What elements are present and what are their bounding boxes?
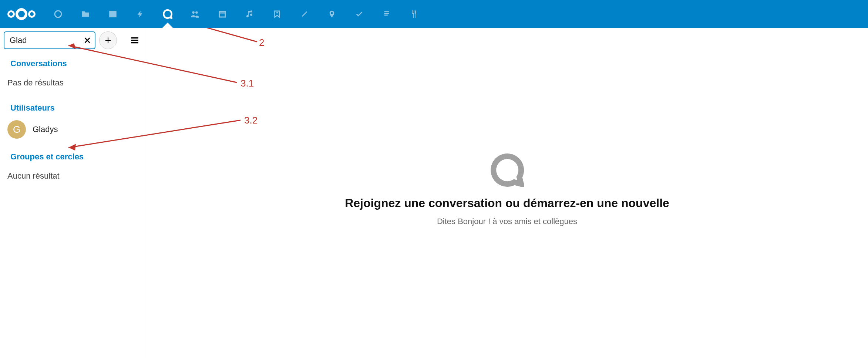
nav-notes-icon[interactable] [300, 9, 309, 19]
nav-bookmarks-icon[interactable] [272, 9, 282, 19]
svg-point-0 [55, 11, 61, 17]
nav-files-icon[interactable] [81, 9, 90, 19]
user-name-label: Gladys [33, 125, 58, 134]
conversations-empty-text: Pas de résultas [0, 72, 146, 94]
section-groups-title: Groupes et cercles [0, 142, 146, 165]
nav-news-icon[interactable] [382, 9, 391, 19]
nav-food-icon[interactable] [409, 9, 419, 19]
groups-empty-text: Aucun résultat [0, 165, 146, 187]
svg-rect-1 [276, 12, 278, 13]
user-result-item[interactable]: G Gladys [0, 116, 146, 142]
toggle-sidebar-button[interactable] [127, 33, 142, 48]
nav-music-icon[interactable] [245, 9, 255, 19]
nav-dashboard-icon[interactable] [53, 9, 63, 19]
section-conversations-title: Conversations [0, 49, 146, 72]
nav-calendar-icon[interactable] [218, 9, 227, 19]
section-users-title: Utilisateurs [0, 94, 146, 116]
main-empty-state: Rejoignez une conversation ou démarrez-e… [146, 28, 868, 358]
nav-activity-icon[interactable] [135, 9, 145, 19]
nav-talk-icon[interactable] [163, 9, 172, 19]
empty-state-subheading: Dites Bonjour ! à vos amis et collègues [437, 217, 577, 226]
clear-search-button[interactable] [81, 34, 93, 46]
menu-icon [130, 36, 139, 45]
avatar: G [7, 120, 26, 139]
nextcloud-logo[interactable] [7, 8, 36, 20]
empty-state-heading: Rejoignez une conversation ou démarrez-e… [345, 196, 669, 210]
conversation-sidebar: + Conversations Pas de résultas Utilisat… [0, 28, 146, 358]
talk-large-icon [491, 153, 524, 187]
close-icon [83, 36, 91, 44]
nav-contacts-icon[interactable] [190, 9, 200, 19]
nav-tasks-icon[interactable] [354, 9, 364, 19]
new-conversation-button[interactable]: + [99, 31, 117, 49]
nav-photos-icon[interactable] [108, 9, 118, 19]
nav-maps-icon[interactable] [327, 9, 337, 19]
